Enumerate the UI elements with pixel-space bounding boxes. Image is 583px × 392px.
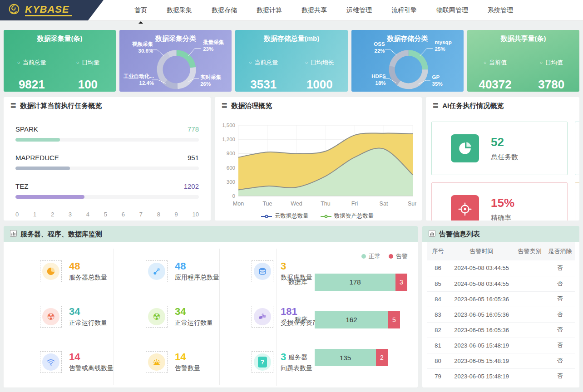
nav-item-data-compute[interactable]: 数据计算 bbox=[256, 0, 283, 21]
ai-card-total-tasks: 52 总任务数 bbox=[431, 122, 568, 175]
card-title: 数据存储总量(mb) bbox=[235, 34, 347, 43]
task-label: SPARK bbox=[15, 125, 38, 133]
metric-value: 3531 bbox=[235, 78, 292, 92]
table-row: 852024-05-08 03:44:55否 bbox=[427, 276, 575, 291]
donut-label: mysqp 25% bbox=[435, 39, 452, 53]
col-header-seq: 序号 bbox=[427, 242, 449, 260]
svg-text:900: 900 bbox=[227, 151, 235, 156]
logo-text: KYBASE bbox=[25, 5, 72, 16]
ai-card-label: 精确率 bbox=[491, 214, 514, 220]
list-icon: ≣ bbox=[432, 102, 439, 109]
metric-label: 当前总量 bbox=[235, 59, 292, 67]
task-label: MAPREDUCE bbox=[15, 154, 59, 162]
card-data-collection-total: 数据采集量(条) 当前总量 日均量 9821 100 bbox=[4, 30, 116, 92]
database-icon bbox=[252, 260, 273, 282]
legend-dot-icon bbox=[389, 254, 393, 259]
panel-title: 告警信息列表 bbox=[439, 230, 480, 239]
normal-bar-segment: 135 bbox=[315, 349, 376, 366]
damaged-asset-icon bbox=[252, 306, 273, 328]
dragon-emblem-icon bbox=[7, 3, 21, 18]
panel-ai-tasks: ≣ AI任务执行情况概览 52 总任务数 bbox=[426, 97, 579, 220]
donut-label: HDFS 18% bbox=[351, 73, 386, 87]
normal-bar-segment: 162 bbox=[315, 311, 388, 328]
stat-alarm-offline: 14 告警或离线数量 bbox=[8, 339, 114, 385]
target-icon bbox=[451, 195, 479, 220]
nav-item-data-sharing[interactable]: 数据共享 bbox=[301, 0, 328, 21]
metric-label: 日均值 bbox=[523, 59, 579, 67]
stat-label: 应用程序总数量 bbox=[175, 274, 219, 282]
nav-item-data-storage[interactable]: 数据存储 bbox=[211, 0, 238, 21]
list-icon: ≣ bbox=[221, 102, 227, 109]
legend-dot-icon bbox=[361, 254, 366, 259]
legend-item-alarm[interactable]: 告警 bbox=[389, 252, 408, 260]
table-row: 862024-05-08 03:44:55否 bbox=[427, 260, 575, 276]
panel-title: 数据治理概览 bbox=[231, 102, 272, 110]
stat-value: 34 bbox=[69, 306, 107, 317]
stat-label: 告警或离线数量 bbox=[69, 364, 114, 372]
nav-item-data-collection[interactable]: 数据采集 bbox=[166, 0, 193, 21]
stat-apps-running: ☢ 34 正常运行数量 bbox=[114, 294, 220, 339]
svg-text:Fri: Fri bbox=[351, 201, 358, 207]
legend-item-normal[interactable]: 正常 bbox=[361, 252, 380, 260]
panel-alarm-list: 告警信息列表 序号 告警时间 告警类别 是否消除 862024-05-08 03… bbox=[422, 226, 579, 387]
task-row: SPARK 778 bbox=[15, 125, 199, 142]
ai-card-value: 15% bbox=[491, 196, 514, 210]
svg-text:Sat: Sat bbox=[380, 201, 388, 207]
legend-item-metadata[interactable]: 元数据总数量 bbox=[261, 212, 309, 220]
pie-chart-icon bbox=[40, 260, 62, 282]
svg-text:1,500: 1,500 bbox=[222, 122, 235, 128]
main-nav: 首页 数据采集 数据存储 数据计算 数据共享 运维管理 流程引擎 物联网管理 系… bbox=[133, 0, 514, 20]
panel-governance: ≣ 数据治理概览 03006009001,2001,500MonTueWedTh… bbox=[215, 97, 422, 220]
stat-label: 正常运行数量 bbox=[69, 319, 107, 327]
nav-item-home[interactable]: 首页 bbox=[133, 0, 148, 21]
pie-chart-icon bbox=[451, 134, 479, 162]
kybase-logo[interactable]: KYBASE bbox=[0, 0, 104, 20]
stat-value: 14 bbox=[69, 352, 114, 363]
stat-value: 48 bbox=[175, 261, 219, 272]
legend-item-assets[interactable]: 数据资产总数量 bbox=[321, 212, 374, 220]
svg-text:1,200: 1,200 bbox=[222, 137, 235, 142]
stat-value: 48 bbox=[69, 261, 107, 272]
metric-label: 当前总量 bbox=[4, 59, 60, 67]
governance-area-chart: 03006009001,2001,500MonTueWedThuFriSatSu… bbox=[217, 121, 416, 210]
ai-card-label: 总任务数 bbox=[491, 153, 518, 162]
table-row: 842023-06-05 16:05:36否 bbox=[427, 291, 575, 307]
task-value: 778 bbox=[188, 125, 199, 133]
legend-marker-icon bbox=[261, 216, 272, 217]
task-progress-bar bbox=[15, 167, 70, 170]
task-progress-bar bbox=[15, 138, 60, 142]
metric-value: 3780 bbox=[523, 78, 579, 92]
stat-servers-running: ☢ 34 正常运行数量 bbox=[8, 294, 114, 339]
task-row: MAPREDUCE 951 bbox=[15, 154, 199, 170]
nav-item-ops-management[interactable]: 运维管理 bbox=[346, 0, 373, 21]
bar-row-server: 服务器 135 2 bbox=[281, 349, 408, 366]
panel-title: AI任务执行情况概览 bbox=[442, 102, 504, 110]
ai-card-cutoff-bottom bbox=[575, 182, 579, 220]
svg-text:Sun: Sun bbox=[408, 201, 416, 207]
card-title: 数据共享量(条) bbox=[467, 34, 579, 43]
chart-legend: 元数据总数量 数据资产总数量 bbox=[217, 212, 417, 220]
donut-label: 工业自动化... 12.4% bbox=[119, 73, 154, 87]
stat-value: 34 bbox=[175, 306, 213, 317]
metric-label: 日均量 bbox=[60, 59, 116, 67]
donut-label: OSS 22% bbox=[351, 41, 385, 54]
share-nodes-icon bbox=[146, 260, 168, 282]
task-progress-bar bbox=[15, 195, 84, 199]
top-nav: KYBASE 首页 数据采集 数据存储 数据计算 数据共享 运维管理 流程引擎 … bbox=[0, 0, 583, 21]
radiation-red-icon: ☢ bbox=[40, 306, 62, 328]
legend-marker-icon bbox=[321, 216, 331, 217]
task-value: 1202 bbox=[184, 182, 199, 190]
nav-item-system-management[interactable]: 系统管理 bbox=[487, 0, 514, 21]
wifi-offline-icon bbox=[40, 351, 62, 373]
panel-compute-tasks: ≣ 数据计算当前执行任务概览 SPARK 778 MAPREDUCE 951 bbox=[4, 97, 211, 220]
nav-item-process-engine[interactable]: 流程引擎 bbox=[390, 0, 418, 21]
nav-item-iot-management[interactable]: 物联网管理 bbox=[435, 0, 469, 21]
bar-chart-icon bbox=[429, 230, 435, 239]
col-header-time: 告警时间 bbox=[449, 242, 514, 260]
metric-value: 9821 bbox=[4, 78, 60, 92]
task-value: 951 bbox=[188, 154, 199, 162]
task-row: TEZ 1202 bbox=[15, 182, 199, 199]
radiation-green-icon: ☢ bbox=[146, 306, 168, 328]
bar-row-program: 程序 162 5 bbox=[281, 311, 408, 328]
bar-row-database: 数据库 178 3 bbox=[281, 274, 408, 291]
